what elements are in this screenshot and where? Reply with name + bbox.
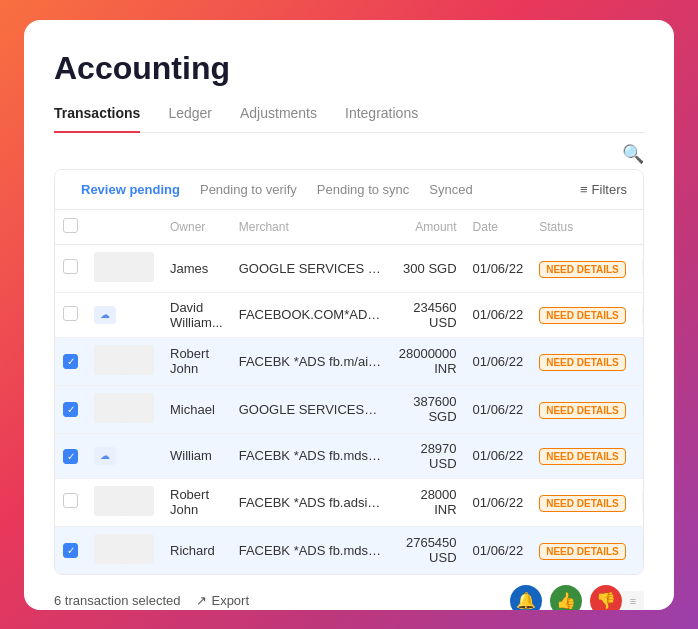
row-date: 01/06/22	[465, 433, 532, 478]
row-amount: 234560 USD	[391, 292, 465, 337]
row-status: NEED DETAILS	[531, 385, 634, 433]
row-action-icon[interactable]: ≡	[642, 446, 644, 466]
row-date: 01/06/22	[465, 385, 532, 433]
page-title: Accounting	[54, 50, 644, 87]
remind-button[interactable]: 🔔	[510, 585, 542, 610]
row-checkbox[interactable]: ✓	[63, 449, 78, 464]
transactions-table: Owner Merchant Amount Date Status ▬ Jame…	[55, 210, 644, 574]
table-row: ✓ ☁ William FACEBK *ADS fb.mdsioffn... 2…	[55, 433, 644, 478]
approve-button[interactable]: 👍	[550, 585, 582, 610]
row-type-icon: ▬	[94, 252, 154, 282]
row-status: NEED DETAILS	[531, 433, 634, 478]
row-merchant: FACEBK *ADS fb.mdsioffn...	[231, 526, 391, 574]
row-action-icon[interactable]: ≡	[642, 258, 644, 278]
row-amount: 387600 SGD	[391, 385, 465, 433]
filters-button[interactable]: ≡ Filters	[580, 182, 627, 197]
row-checkbox[interactable]	[63, 493, 78, 508]
table-row: ▬ James GOOGLE SERVICES G.Cui7... 300 SG…	[55, 244, 644, 292]
col-merchant: Merchant	[231, 210, 391, 245]
row-action-icon[interactable]: ✓	[642, 540, 644, 560]
selected-count: 6 transaction selected	[54, 593, 180, 608]
row-status: NEED DETAILS	[531, 337, 634, 385]
sub-tabs: Review pending Pending to verify Pending…	[55, 170, 643, 210]
row-action-icon[interactable]: ≡	[642, 351, 644, 371]
bottom-bar: 6 transaction selected ↗ Export Remind 🔔…	[54, 575, 644, 610]
filter-icon: ≡	[580, 182, 588, 197]
row-status: NEED DETAILS	[531, 292, 634, 337]
row-status: NEED DETAILS	[531, 526, 634, 574]
row-date: 01/06/22	[465, 478, 532, 526]
row-date: 01/06/22	[465, 337, 532, 385]
row-amount: 2765450 USD	[391, 526, 465, 574]
subtab-review-pending[interactable]: Review pending	[71, 170, 190, 209]
row-type-icon: ☁	[94, 447, 116, 465]
main-card: Accounting Transactions Ledger Adjustmen…	[24, 20, 674, 610]
row-date: 01/06/22	[465, 526, 532, 574]
subtab-pending-to-sync[interactable]: Pending to sync	[307, 170, 420, 209]
export-icon: ↗	[196, 593, 207, 608]
row-owner: Richard	[162, 526, 231, 574]
subtab-synced[interactable]: Synced	[419, 170, 482, 209]
row-amount: 28970 USD	[391, 433, 465, 478]
col-owner: Owner	[162, 210, 231, 245]
row-type-icon: ▬	[94, 486, 154, 516]
row-owner: David William...	[162, 292, 231, 337]
row-date: 01/06/22	[465, 292, 532, 337]
table-container: Review pending Pending to verify Pending…	[54, 169, 644, 575]
action-icons: Remind 🔔 👍 👎 👆	[510, 585, 622, 610]
row-checkbox[interactable]	[63, 259, 78, 274]
select-all-checkbox[interactable]	[63, 218, 78, 233]
row-amount: 28000 INR	[391, 478, 465, 526]
row-owner: Robert John	[162, 337, 231, 385]
main-tabs: Transactions Ledger Adjustments Integrat…	[54, 105, 644, 133]
row-owner: William	[162, 433, 231, 478]
table-row: ✓ ▬ Michael GOOGLE SERVICESOKLHFFL... 38…	[55, 385, 644, 433]
row-owner: Michael	[162, 385, 231, 433]
reject-button[interactable]: 👎	[590, 585, 622, 610]
row-checkbox[interactable]: ✓	[63, 543, 78, 558]
row-status: NEED DETAILS	[531, 478, 634, 526]
toolbar: 🔍	[54, 133, 644, 169]
col-date: Date	[465, 210, 532, 245]
row-type-icon: ▬	[94, 345, 154, 375]
table-row: ✓ ▬ Richard FACEBK *ADS fb.mdsioffn... 2…	[55, 526, 644, 574]
row-owner: Robert John	[162, 478, 231, 526]
search-button[interactable]: 🔍	[622, 143, 644, 165]
table-row: ▬ Robert John FACEBK *ADS fb.adsioffn...…	[55, 478, 644, 526]
row-checkbox[interactable]	[63, 306, 78, 321]
last-action[interactable]: ≡	[622, 591, 644, 610]
row-merchant: FACEBK *ADS fb.m/aioffn...	[231, 337, 391, 385]
row-checkbox[interactable]: ✓	[63, 354, 78, 369]
row-action-icon[interactable]: ≡	[642, 492, 644, 512]
table-row: ☁ David William... FACEBOOK.COM*ADSB89f.…	[55, 292, 644, 337]
row-amount: 300 SGD	[391, 244, 465, 292]
row-merchant: GOOGLE SERVICESOKLHFFL...	[231, 385, 391, 433]
row-merchant: FACEBOOK.COM*ADSB89f...	[231, 292, 391, 337]
row-owner: James	[162, 244, 231, 292]
tab-ledger[interactable]: Ledger	[168, 105, 212, 133]
tab-transactions[interactable]: Transactions	[54, 105, 140, 133]
row-type-icon: ▬	[94, 393, 154, 423]
tab-integrations[interactable]: Integrations	[345, 105, 418, 133]
row-checkbox[interactable]: ✓	[63, 402, 78, 417]
col-status: Status	[531, 210, 634, 245]
table-row: ✓ ▬ Robert John FACEBK *ADS fb.m/aioffn.…	[55, 337, 644, 385]
row-merchant: GOOGLE SERVICES G.Cui7...	[231, 244, 391, 292]
row-status: NEED DETAILS	[531, 244, 634, 292]
subtab-pending-to-verify[interactable]: Pending to verify	[190, 170, 307, 209]
row-amount: 28000000 INR	[391, 337, 465, 385]
export-button[interactable]: ↗ Export	[196, 593, 249, 608]
row-action-icon[interactable]: ✓	[642, 399, 644, 419]
row-type-icon: ☁	[94, 306, 116, 324]
row-type-icon: ▬	[94, 534, 154, 564]
tab-adjustments[interactable]: Adjustments	[240, 105, 317, 133]
row-date: 01/06/22	[465, 244, 532, 292]
row-merchant: FACEBK *ADS fb.mdsioffn...	[231, 433, 391, 478]
row-action-icon[interactable]: ≡	[642, 305, 644, 325]
col-amount: Amount	[391, 210, 465, 245]
row-merchant: FACEBK *ADS fb.adsioffn...	[231, 478, 391, 526]
